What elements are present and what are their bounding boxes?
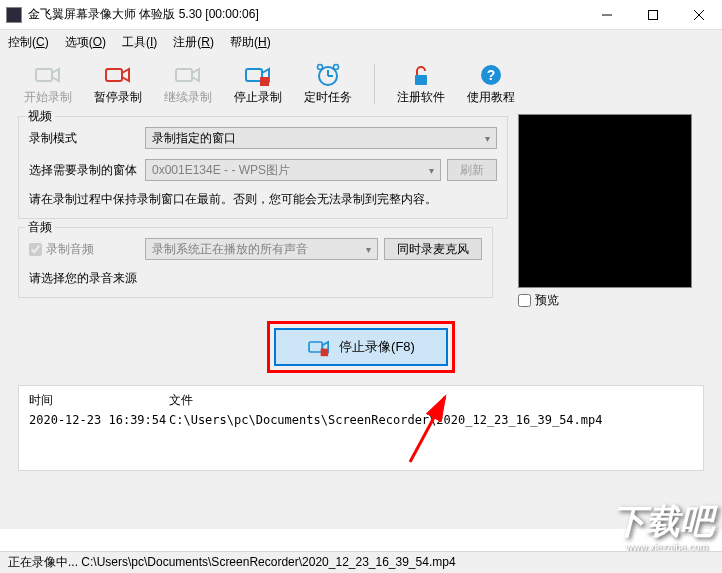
record-mode-label: 录制模式 xyxy=(29,130,139,147)
svg-rect-8 xyxy=(260,77,269,86)
toolbar: 开始录制 暂停录制 继续录制 停止录制 定时任务 注册软件 ? 使用教程 xyxy=(0,54,722,114)
register-software-button[interactable]: 注册软件 xyxy=(397,63,445,106)
menu-options[interactable]: 选项(O) xyxy=(65,34,106,51)
col-time-header: 时间 xyxy=(29,392,169,409)
record-mode-select[interactable]: 录制指定的窗口 xyxy=(145,127,497,149)
svg-text:?: ? xyxy=(487,67,496,83)
camera-stop-icon xyxy=(307,337,331,357)
stop-recording-button[interactable]: 停止录像(F8) xyxy=(274,328,448,366)
cell-file: C:\Users\pc\Documents\ScreenRecorder\202… xyxy=(169,413,693,427)
resume-record-button[interactable]: 继续录制 xyxy=(164,63,212,106)
audio-hint: 请选择您的录音来源 xyxy=(29,270,482,287)
svg-point-12 xyxy=(318,64,323,69)
minimize-button[interactable] xyxy=(584,0,630,30)
camera-icon xyxy=(34,63,62,87)
schedule-button[interactable]: 定时任务 xyxy=(304,63,352,106)
close-button[interactable] xyxy=(676,0,722,30)
window-title: 金飞翼屏幕录像大师 体验版 5.30 [00:00:06] xyxy=(28,6,584,23)
titlebar: 金飞翼屏幕录像大师 体验版 5.30 [00:00:06] xyxy=(0,0,722,30)
pause-record-button[interactable]: 暂停录制 xyxy=(94,63,142,106)
record-audio-checkbox[interactable]: 录制音频 xyxy=(29,241,139,258)
menu-register[interactable]: 注册(R) xyxy=(173,34,214,51)
svg-rect-14 xyxy=(415,75,427,85)
stop-highlight-frame: 停止录像(F8) xyxy=(267,321,455,373)
video-group: 视频 录制模式 录制指定的窗口 选择需要录制的窗体 0x001E134E - -… xyxy=(18,116,508,219)
mic-button[interactable]: 同时录麦克风 xyxy=(384,238,482,260)
tutorial-button[interactable]: ? 使用教程 xyxy=(467,63,515,106)
audio-group: 音频 录制音频 录制系统正在播放的所有声音 同时录麦克风 请选择您的录音来源 xyxy=(18,227,493,298)
video-note: 请在录制过程中保持录制窗口在最前。否则，您可能会无法录制到完整内容。 xyxy=(29,191,497,208)
recordings-table: 时间 文件 2020-12-23 16:39:54 C:\Users\pc\Do… xyxy=(18,385,704,471)
preview-checkbox[interactable]: 预览 xyxy=(518,292,704,309)
camera-pause-icon xyxy=(104,63,132,87)
menu-help[interactable]: 帮助(H) xyxy=(230,34,271,51)
start-record-button[interactable]: 开始录制 xyxy=(24,63,72,106)
menu-control[interactable]: 控制(C) xyxy=(8,34,49,51)
svg-rect-5 xyxy=(106,69,122,81)
col-file-header: 文件 xyxy=(169,392,693,409)
window-select[interactable]: 0x001E134E - - WPS图片 xyxy=(145,159,441,181)
svg-rect-6 xyxy=(176,69,192,81)
cell-time: 2020-12-23 16:39:54 xyxy=(29,413,169,427)
help-icon: ? xyxy=(477,63,505,87)
svg-rect-17 xyxy=(309,342,322,352)
preview-box xyxy=(518,114,692,288)
refresh-button[interactable]: 刷新 xyxy=(447,159,497,181)
clock-icon xyxy=(314,63,342,87)
audio-source-select[interactable]: 录制系统正在播放的所有声音 xyxy=(145,238,378,260)
svg-rect-1 xyxy=(649,11,658,20)
maximize-button[interactable] xyxy=(630,0,676,30)
lock-icon xyxy=(407,63,435,87)
statusbar: 正在录像中... C:\Users\pc\Documents\ScreenRec… xyxy=(0,551,722,573)
menu-tools[interactable]: 工具(I) xyxy=(122,34,157,51)
camera-stop-icon xyxy=(244,63,272,87)
table-row[interactable]: 2020-12-23 16:39:54 C:\Users\pc\Document… xyxy=(29,413,693,427)
svg-point-13 xyxy=(334,64,339,69)
app-icon xyxy=(6,7,22,23)
window-select-label: 选择需要录制的窗体 xyxy=(29,162,139,179)
video-group-label: 视频 xyxy=(25,108,55,125)
stop-record-button[interactable]: 停止录制 xyxy=(234,63,282,106)
camera-resume-icon xyxy=(174,63,202,87)
svg-rect-18 xyxy=(321,349,329,357)
svg-rect-7 xyxy=(246,69,262,81)
svg-rect-4 xyxy=(36,69,52,81)
menubar: 控制(C) 选项(O) 工具(I) 注册(R) 帮助(H) xyxy=(0,30,722,54)
audio-group-label: 音频 xyxy=(25,219,55,236)
